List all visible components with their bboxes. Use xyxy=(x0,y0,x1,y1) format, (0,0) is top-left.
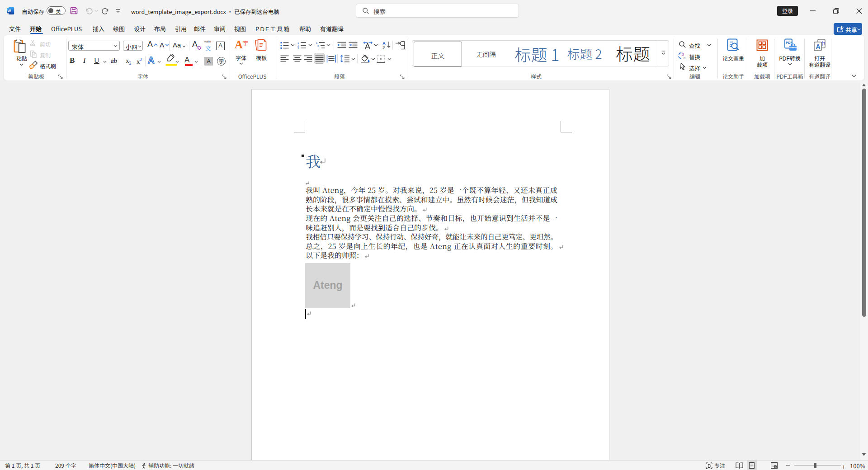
svg-text:3: 3 xyxy=(297,47,299,49)
svg-text:Z: Z xyxy=(382,45,385,50)
svg-text:c: c xyxy=(684,56,686,60)
svg-text:W: W xyxy=(7,9,11,13)
svg-text:A: A xyxy=(816,43,821,50)
svg-text:i: i xyxy=(319,47,319,49)
